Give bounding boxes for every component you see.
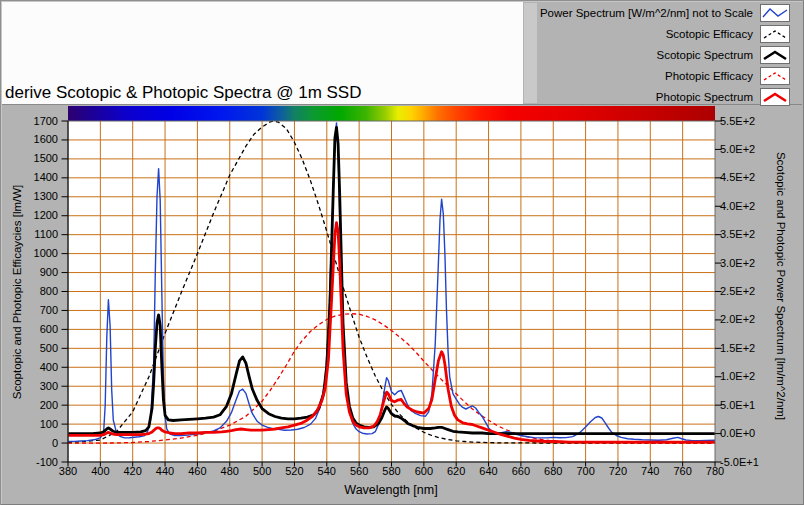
lv-front-panel: derive Scotopic & Photopic Spectra @ 1m … bbox=[0, 0, 804, 505]
xy-graph bbox=[0, 0, 804, 505]
